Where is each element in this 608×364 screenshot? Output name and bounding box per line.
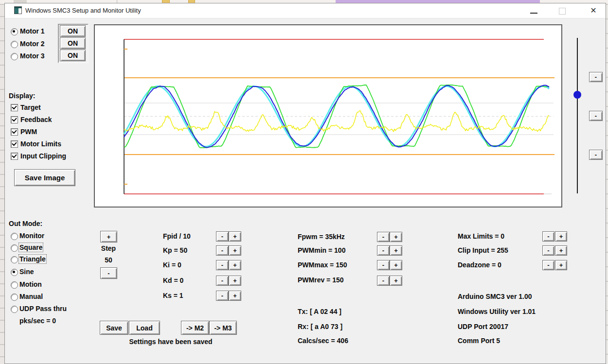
radio-triangle[interactable] bbox=[11, 256, 18, 263]
save-image-button[interactable]: Save Image bbox=[14, 169, 75, 186]
pks-per-sec-value: pks/sec = 0 bbox=[19, 317, 56, 325]
comm-port-text: Comm Port 5 bbox=[458, 337, 500, 345]
app-icon-titlebar-stripe bbox=[15, 7, 21, 8]
step-plus-button[interactable]: + bbox=[100, 231, 117, 243]
windows-utility-version-text: Windows Utility ver 1.01 bbox=[458, 308, 536, 315]
copy-to-m2-button[interactable]: -> M2 bbox=[181, 321, 209, 335]
scope-plot bbox=[95, 25, 561, 207]
deadzone-minus-button[interactable]: - bbox=[542, 260, 554, 270]
fpid-label: Fpid / 10 bbox=[163, 232, 191, 240]
pwmrev-plus-button[interactable]: + bbox=[390, 276, 402, 286]
center-minus-button[interactable]: - bbox=[589, 111, 603, 121]
clip-input-label: Clip Input = 255 bbox=[458, 246, 508, 254]
checkbox-motor-limits[interactable] bbox=[11, 140, 18, 148]
radio-manual[interactable] bbox=[11, 294, 18, 301]
radio-square-label: Square bbox=[19, 243, 42, 251]
radio-motor-3[interactable] bbox=[11, 53, 18, 60]
app-icon bbox=[14, 6, 22, 14]
ks-minus-button[interactable]: - bbox=[216, 291, 229, 301]
kd-plus-button[interactable]: + bbox=[229, 276, 241, 286]
kp-plus-button[interactable]: + bbox=[229, 245, 241, 256]
radio-udp-pass-thru[interactable] bbox=[11, 306, 18, 313]
radio-sine-label: Sine bbox=[19, 268, 34, 276]
desktop-left-strip bbox=[0, 4, 4, 364]
lower-clip-minus-button[interactable]: - bbox=[589, 150, 603, 160]
deadzone-plus-button[interactable]: + bbox=[555, 260, 567, 270]
arduino-version-text: Arduino SMC3 ver 1.00 bbox=[458, 293, 532, 300]
minimize-icon bbox=[530, 13, 537, 14]
pwmrev-minus-button[interactable]: - bbox=[377, 276, 390, 286]
checkbox-target-label: Target bbox=[20, 104, 41, 111]
pwmmin-plus-button[interactable]: + bbox=[390, 245, 402, 256]
pwmmin-label: PWMmin = 100 bbox=[298, 246, 345, 254]
kp-label: Kp = 50 bbox=[163, 246, 187, 254]
udp-port-text: UDP Port 20017 bbox=[458, 323, 508, 330]
step-label: Step bbox=[98, 244, 119, 252]
upper-clip-minus-button[interactable]: - bbox=[589, 72, 603, 82]
motor-1-on-button[interactable]: ON bbox=[60, 25, 86, 37]
radio-motor-2[interactable] bbox=[11, 41, 18, 48]
pwmmax-label: PWMmax = 150 bbox=[298, 261, 347, 269]
ki-label: Ki = 0 bbox=[163, 261, 181, 269]
maximize-button[interactable] bbox=[554, 3, 569, 18]
radio-motion[interactable] bbox=[11, 281, 18, 289]
step-value: 50 bbox=[98, 256, 119, 264]
clip-input-minus-button[interactable]: - bbox=[542, 245, 554, 256]
radio-sine[interactable] bbox=[11, 269, 18, 276]
out-mode-heading: Out Mode: bbox=[9, 220, 42, 227]
motor-3-on-button[interactable]: ON bbox=[60, 50, 86, 61]
scale-slider-handle[interactable] bbox=[573, 91, 581, 99]
fpwm-minus-button[interactable]: - bbox=[377, 232, 390, 242]
calcs-per-sec-readout: Calcs/sec = 406 bbox=[298, 337, 348, 345]
radio-monitor-label: Monitor bbox=[19, 232, 44, 240]
radio-triangle-label: Triangle bbox=[19, 255, 46, 263]
radio-manual-label: Manual bbox=[19, 293, 43, 300]
pwmmax-minus-button[interactable]: - bbox=[377, 260, 390, 270]
clip-input-plus-button[interactable]: + bbox=[555, 245, 567, 256]
save-button[interactable]: Save bbox=[100, 321, 128, 335]
motor-3-label: Motor 3 bbox=[20, 52, 45, 60]
maximize-icon bbox=[559, 8, 566, 15]
close-icon: ✕ bbox=[590, 6, 596, 15]
max-limits-label: Max Limits = 0 bbox=[458, 232, 504, 240]
fpid-minus-button[interactable]: - bbox=[216, 231, 229, 242]
step-minus-button[interactable]: - bbox=[100, 267, 117, 279]
fpwm-plus-button[interactable]: + bbox=[390, 232, 402, 242]
ks-plus-button[interactable]: + bbox=[229, 291, 241, 301]
motor-2-on-button[interactable]: ON bbox=[60, 37, 86, 49]
desktop-right-strip bbox=[606, 4, 608, 364]
checkbox-target[interactable] bbox=[11, 104, 18, 111]
fpid-plus-button[interactable]: + bbox=[229, 231, 241, 242]
copy-to-m3-button[interactable]: -> M3 bbox=[209, 321, 237, 335]
display-heading: Display: bbox=[9, 92, 35, 100]
kp-minus-button[interactable]: - bbox=[216, 245, 229, 256]
motor-1-label: Motor 1 bbox=[20, 27, 45, 35]
pwmmax-plus-button[interactable]: + bbox=[390, 260, 402, 270]
ki-plus-button[interactable]: + bbox=[229, 260, 241, 270]
checkbox-feedback[interactable] bbox=[11, 116, 18, 123]
checkbox-feedback-label: Feedback bbox=[20, 116, 52, 123]
rx-readout: Rx: [ a A0 73 ] bbox=[298, 323, 342, 330]
radio-motor-1[interactable] bbox=[11, 28, 18, 35]
load-button[interactable]: Load bbox=[129, 321, 160, 335]
tx-readout: Tx: [ A 02 44 ] bbox=[298, 308, 341, 315]
checkbox-input-clipping[interactable] bbox=[11, 153, 18, 160]
deadzone-label: Deadzone = 0 bbox=[458, 261, 501, 269]
minimize-button[interactable] bbox=[526, 3, 541, 18]
ks-label: Ks = 1 bbox=[163, 292, 183, 299]
ki-minus-button[interactable]: - bbox=[216, 260, 229, 270]
settings-status-text: Settings have been saved bbox=[117, 338, 225, 346]
pwmmin-minus-button[interactable]: - bbox=[377, 245, 390, 256]
close-button[interactable]: ✕ bbox=[586, 3, 601, 18]
radio-motion-label: Motion bbox=[19, 280, 42, 288]
fpwm-label: Fpwm = 35kHz bbox=[298, 233, 345, 241]
kd-minus-button[interactable]: - bbox=[216, 276, 229, 286]
scale-slider-track[interactable] bbox=[577, 38, 578, 193]
radio-monitor[interactable] bbox=[11, 233, 18, 240]
radio-udp-pass-thru-label: UDP Pass thru bbox=[19, 305, 67, 312]
max-limits-minus-button[interactable]: - bbox=[542, 231, 554, 242]
max-limits-plus-button[interactable]: + bbox=[555, 231, 567, 242]
radio-square[interactable] bbox=[11, 244, 18, 252]
checkbox-motor-limits-label: Motor Limits bbox=[20, 140, 61, 148]
checkbox-pwm[interactable] bbox=[11, 128, 18, 136]
